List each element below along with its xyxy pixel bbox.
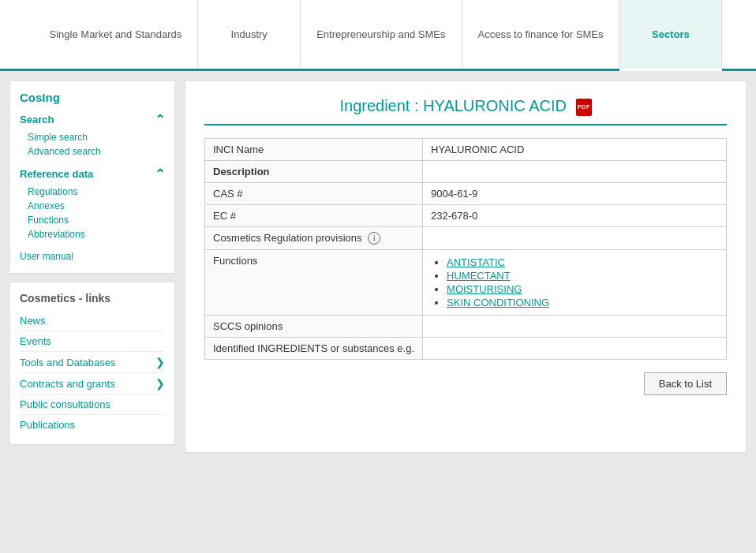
table-row: CAS # 9004-61-9	[205, 182, 727, 204]
regulations-link[interactable]: Regulations	[20, 185, 165, 199]
reference-section-header[interactable]: Reference data ⌃	[20, 166, 165, 181]
top-navigation: Single Market and Standards Industry Ent…	[0, 0, 756, 71]
description-value	[423, 160, 727, 182]
advanced-search-link[interactable]: Advanced search	[20, 144, 165, 159]
cosmetics-events-link[interactable]: Events	[20, 331, 165, 352]
nav-single-market[interactable]: Single Market and Standards	[34, 0, 199, 69]
cas-value: 9004-61-9	[423, 182, 727, 204]
ec-label: EC #	[205, 204, 423, 226]
content-area: Ingredient : HYALURONIC ACID PDF INCI Na…	[185, 80, 747, 453]
sccs-label: SCCS opinions	[205, 316, 423, 338]
info-icon[interactable]: i	[368, 232, 380, 245]
functions-label: Functions	[205, 250, 423, 316]
identified-value	[423, 338, 727, 360]
cosmetics-news-link[interactable]: News	[20, 311, 165, 331]
cosmetics-publications-link[interactable]: Publications	[20, 415, 165, 435]
cosmetics-consultations-link[interactable]: Public consultations	[20, 394, 165, 415]
main-container: CosIng Search ⌃ Simple search Advanced s…	[0, 71, 756, 462]
table-row: EC # 232-678-0	[205, 204, 727, 226]
sidebar: CosIng Search ⌃ Simple search Advanced s…	[9, 80, 175, 453]
ec-value: 232-678-0	[423, 204, 727, 226]
pdf-icon[interactable]: PDF	[576, 99, 592, 116]
antistatic-link[interactable]: ANTISTATIC	[447, 256, 505, 268]
nav-entrepreneurship[interactable]: Entrepreneurship and SMEs	[301, 0, 462, 69]
list-item: SKIN CONDITIONING	[447, 297, 718, 308]
cosreg-label: Cosmetics Regulation provisions i	[205, 226, 423, 250]
humectant-link[interactable]: HUMECTANT	[447, 270, 511, 282]
cosing-title: CosIng	[20, 91, 165, 104]
list-item: MOISTURISING	[447, 283, 718, 295]
functions-link[interactable]: Functions	[20, 213, 165, 227]
cosreg-value	[423, 226, 727, 250]
cosmetics-links-title: Cosmetics - links	[20, 292, 165, 305]
tools-arrow-icon: ❯	[155, 356, 165, 368]
list-item: ANTISTATIC	[447, 256, 718, 268]
search-chevron-icon: ⌃	[155, 112, 165, 127]
back-to-list-button[interactable]: Back to List	[644, 372, 727, 395]
nav-access-finance[interactable]: Access to finance for SMEs	[462, 0, 620, 69]
back-section: Back to List	[204, 372, 727, 395]
sccs-value	[423, 316, 727, 338]
title-divider	[204, 124, 727, 125]
cas-label: CAS #	[205, 182, 423, 204]
nav-industry[interactable]: Industry	[198, 0, 301, 69]
functions-value: ANTISTATIC HUMECTANT MOISTURISING SKIN C…	[423, 250, 727, 316]
nav-sectors[interactable]: Sectors	[619, 0, 722, 71]
table-row: Description	[205, 160, 727, 182]
abbreviations-link[interactable]: Abbreviations	[20, 227, 165, 241]
table-row: Functions ANTISTATIC HUMECTANT MOISTURIS…	[205, 250, 727, 316]
user-manual-link[interactable]: User manual	[20, 249, 165, 263]
cosing-box: CosIng Search ⌃ Simple search Advanced s…	[9, 80, 175, 274]
inci-label: INCI Name	[205, 138, 423, 160]
inci-value: HYALURONIC ACID	[423, 138, 727, 160]
table-row: Identified INGREDIENTS or substances e.g…	[205, 338, 727, 360]
ingredient-table: INCI Name HYALURONIC ACID Description CA…	[204, 138, 727, 361]
reference-chevron-icon: ⌃	[155, 166, 165, 181]
cosmetics-contracts-link[interactable]: Contracts and grants ❯	[20, 373, 165, 394]
list-item: HUMECTANT	[447, 270, 718, 282]
cosmetics-tools-link[interactable]: Tools and Databases ❯	[20, 352, 165, 373]
search-section-header[interactable]: Search ⌃	[20, 112, 165, 127]
table-row: SCCS opinions	[205, 316, 727, 338]
simple-search-link[interactable]: Simple search	[20, 130, 165, 144]
identified-label: Identified INGREDIENTS or substances e.g…	[205, 338, 423, 360]
annexes-link[interactable]: Annexes	[20, 199, 165, 213]
contracts-arrow-icon: ❯	[155, 377, 165, 390]
skin-conditioning-link[interactable]: SKIN CONDITIONING	[447, 297, 549, 308]
description-label: Description	[205, 160, 423, 182]
table-row: INCI Name HYALURONIC ACID	[205, 138, 727, 160]
table-row: Cosmetics Regulation provisions i	[205, 226, 727, 250]
cosmetics-links-box: Cosmetics - links News Events Tools and …	[9, 282, 175, 445]
functions-list: ANTISTATIC HUMECTANT MOISTURISING SKIN C…	[431, 256, 718, 308]
moisturising-link[interactable]: MOISTURISING	[447, 283, 522, 295]
page-title: Ingredient : HYALURONIC ACID PDF	[204, 97, 727, 116]
